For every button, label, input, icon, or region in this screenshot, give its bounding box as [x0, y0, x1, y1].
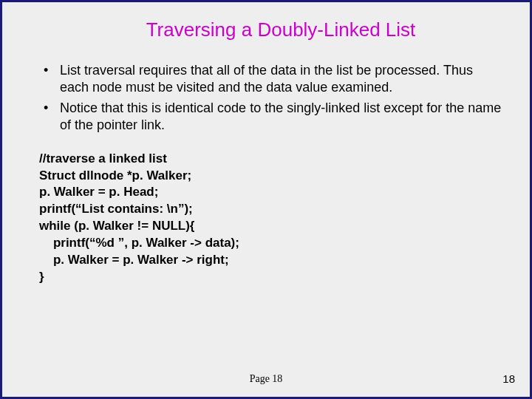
code-block: //traverse a linked list Struct dllnode … — [39, 151, 503, 287]
slide: Traversing a Doubly-Linked List List tra… — [0, 0, 532, 399]
page-number-right: 18 — [502, 372, 515, 385]
bullet-item: List traversal requires that all of the … — [39, 62, 503, 97]
page-number-center: Page 18 — [2, 373, 530, 385]
slide-title: Traversing a Doubly-Linked List — [29, 18, 503, 41]
bullet-list: List traversal requires that all of the … — [39, 62, 503, 134]
bullet-item: Notice that this is identical code to th… — [39, 100, 503, 134]
